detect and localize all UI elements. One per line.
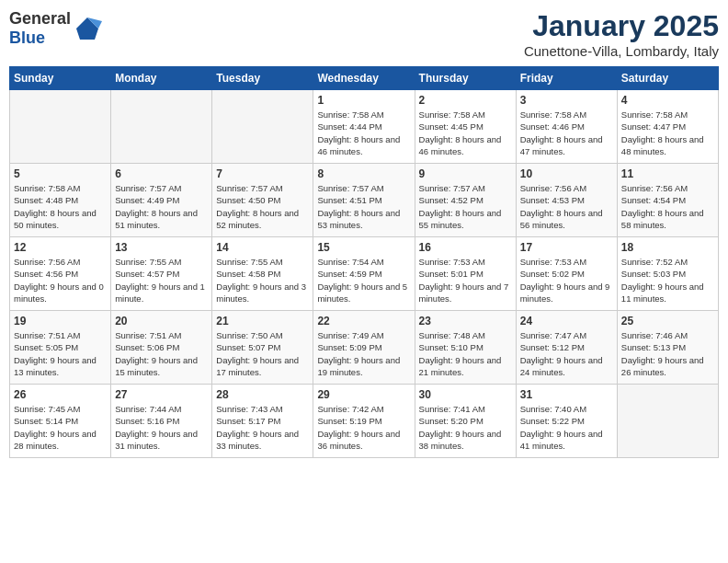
day-number: 29	[317, 388, 410, 401]
calendar-day-cell: 8Sunrise: 7:57 AMSunset: 4:51 PMDaylight…	[313, 164, 415, 237]
day-number: 13	[115, 241, 208, 254]
day-number: 7	[216, 167, 309, 180]
calendar-day-cell: 26Sunrise: 7:45 AMSunset: 5:14 PMDayligh…	[10, 385, 111, 458]
calendar-week-row: 19Sunrise: 7:51 AMSunset: 5:05 PMDayligh…	[10, 311, 719, 385]
day-info: Sunrise: 7:44 AMSunset: 5:16 PMDaylight:…	[115, 403, 208, 452]
day-number: 30	[419, 388, 512, 401]
day-number: 17	[520, 241, 613, 254]
day-info: Sunrise: 7:45 AMSunset: 5:14 PMDaylight:…	[14, 403, 107, 452]
day-number: 11	[621, 167, 714, 180]
logo-text: General Blue	[9, 9, 71, 48]
weekday-header: Wednesday	[313, 67, 415, 90]
title-block: January 2025 Cunettone-Villa, Lombardy, …	[524, 9, 719, 59]
day-info: Sunrise: 7:50 AMSunset: 5:07 PMDaylight:…	[216, 329, 309, 378]
day-number: 2	[419, 94, 512, 107]
day-info: Sunrise: 7:57 AMSunset: 4:50 PMDaylight:…	[216, 182, 309, 231]
day-number: 6	[115, 167, 208, 180]
day-info: Sunrise: 7:47 AMSunset: 5:12 PMDaylight:…	[520, 329, 613, 378]
day-info: Sunrise: 7:58 AMSunset: 4:44 PMDaylight:…	[317, 109, 410, 157]
calendar-day-cell: 14Sunrise: 7:55 AMSunset: 4:58 PMDayligh…	[212, 237, 313, 311]
calendar-day-cell: 10Sunrise: 7:56 AMSunset: 4:53 PMDayligh…	[516, 164, 617, 237]
weekday-header: Tuesday	[212, 67, 313, 90]
day-info: Sunrise: 7:42 AMSunset: 5:19 PMDaylight:…	[317, 403, 410, 452]
calendar-day-cell: 11Sunrise: 7:56 AMSunset: 4:54 PMDayligh…	[617, 164, 718, 237]
calendar-day-cell: 13Sunrise: 7:55 AMSunset: 4:57 PMDayligh…	[111, 237, 212, 311]
calendar-day-cell: 17Sunrise: 7:53 AMSunset: 5:02 PMDayligh…	[516, 237, 617, 311]
day-info: Sunrise: 7:58 AMSunset: 4:47 PMDaylight:…	[621, 109, 714, 157]
calendar-day-cell: 31Sunrise: 7:40 AMSunset: 5:22 PMDayligh…	[516, 385, 617, 458]
day-info: Sunrise: 7:56 AMSunset: 4:54 PMDaylight:…	[621, 182, 714, 231]
calendar-day-cell: 9Sunrise: 7:57 AMSunset: 4:52 PMDaylight…	[415, 164, 516, 237]
logo-icon	[73, 14, 102, 43]
weekday-header: Monday	[111, 67, 212, 90]
calendar-table: SundayMondayTuesdayWednesdayThursdayFrid…	[9, 66, 719, 458]
day-number: 5	[14, 167, 107, 180]
calendar-day-cell: 21Sunrise: 7:50 AMSunset: 5:07 PMDayligh…	[212, 311, 313, 385]
day-info: Sunrise: 7:49 AMSunset: 5:09 PMDaylight:…	[317, 329, 410, 378]
day-number: 23	[419, 315, 512, 327]
day-info: Sunrise: 7:58 AMSunset: 4:48 PMDaylight:…	[14, 182, 107, 231]
day-info: Sunrise: 7:46 AMSunset: 5:13 PMDaylight:…	[621, 329, 714, 378]
day-number: 25	[621, 315, 714, 327]
calendar-day-cell: 30Sunrise: 7:41 AMSunset: 5:20 PMDayligh…	[415, 385, 516, 458]
calendar-day-cell: 22Sunrise: 7:49 AMSunset: 5:09 PMDayligh…	[313, 311, 415, 385]
calendar-day-cell: 19Sunrise: 7:51 AMSunset: 5:05 PMDayligh…	[10, 311, 111, 385]
calendar-day-cell	[111, 90, 212, 164]
calendar-day-cell: 3Sunrise: 7:58 AMSunset: 4:46 PMDaylight…	[516, 90, 617, 164]
weekday-header: Saturday	[617, 67, 718, 90]
day-info: Sunrise: 7:57 AMSunset: 4:52 PMDaylight:…	[419, 182, 512, 231]
calendar-day-cell: 28Sunrise: 7:43 AMSunset: 5:17 PMDayligh…	[212, 385, 313, 458]
day-number: 26	[14, 388, 107, 401]
day-number: 3	[520, 94, 613, 107]
calendar-day-cell: 1Sunrise: 7:58 AMSunset: 4:44 PMDaylight…	[313, 90, 415, 164]
calendar-day-cell: 5Sunrise: 7:58 AMSunset: 4:48 PMDaylight…	[10, 164, 111, 237]
location-title: Cunettone-Villa, Lombardy, Italy	[524, 43, 719, 59]
day-number: 20	[115, 315, 208, 327]
day-info: Sunrise: 7:57 AMSunset: 4:51 PMDaylight:…	[317, 182, 410, 231]
day-info: Sunrise: 7:43 AMSunset: 5:17 PMDaylight:…	[216, 403, 309, 452]
day-number: 19	[14, 315, 107, 327]
weekday-header: Thursday	[415, 67, 516, 90]
day-number: 8	[317, 167, 410, 180]
day-info: Sunrise: 7:40 AMSunset: 5:22 PMDaylight:…	[520, 403, 613, 452]
calendar-day-cell: 27Sunrise: 7:44 AMSunset: 5:16 PMDayligh…	[111, 385, 212, 458]
day-info: Sunrise: 7:55 AMSunset: 4:58 PMDaylight:…	[216, 256, 309, 304]
day-number: 9	[419, 167, 512, 180]
day-number: 14	[216, 241, 309, 254]
calendar-day-cell: 20Sunrise: 7:51 AMSunset: 5:06 PMDayligh…	[111, 311, 212, 385]
page-header: General Blue January 2025 Cunettone-Vill…	[9, 9, 719, 59]
logo-blue: Blue	[9, 29, 45, 47]
calendar-day-cell: 18Sunrise: 7:52 AMSunset: 5:03 PMDayligh…	[617, 237, 718, 311]
day-info: Sunrise: 7:57 AMSunset: 4:49 PMDaylight:…	[115, 182, 208, 231]
day-number: 16	[419, 241, 512, 254]
day-number: 15	[317, 241, 410, 254]
calendar-day-cell: 4Sunrise: 7:58 AMSunset: 4:47 PMDaylight…	[617, 90, 718, 164]
day-info: Sunrise: 7:54 AMSunset: 4:59 PMDaylight:…	[317, 256, 410, 304]
day-number: 22	[317, 315, 410, 327]
day-number: 31	[520, 388, 613, 401]
calendar-day-cell: 23Sunrise: 7:48 AMSunset: 5:10 PMDayligh…	[415, 311, 516, 385]
calendar-day-cell	[10, 90, 111, 164]
calendar-day-cell: 6Sunrise: 7:57 AMSunset: 4:49 PMDaylight…	[111, 164, 212, 237]
calendar-day-cell: 25Sunrise: 7:46 AMSunset: 5:13 PMDayligh…	[617, 311, 718, 385]
calendar-week-row: 1Sunrise: 7:58 AMSunset: 4:44 PMDaylight…	[10, 90, 719, 164]
calendar-week-row: 12Sunrise: 7:56 AMSunset: 4:56 PMDayligh…	[10, 237, 719, 311]
day-number: 27	[115, 388, 208, 401]
day-number: 12	[14, 241, 107, 254]
calendar-day-cell: 2Sunrise: 7:58 AMSunset: 4:45 PMDaylight…	[415, 90, 516, 164]
day-info: Sunrise: 7:56 AMSunset: 4:53 PMDaylight:…	[520, 182, 613, 231]
calendar-day-cell: 24Sunrise: 7:47 AMSunset: 5:12 PMDayligh…	[516, 311, 617, 385]
month-title: January 2025	[524, 9, 719, 43]
calendar-day-cell: 15Sunrise: 7:54 AMSunset: 4:59 PMDayligh…	[313, 237, 415, 311]
day-number: 4	[621, 94, 714, 107]
calendar-week-row: 26Sunrise: 7:45 AMSunset: 5:14 PMDayligh…	[10, 385, 719, 458]
day-info: Sunrise: 7:48 AMSunset: 5:10 PMDaylight:…	[419, 329, 512, 378]
day-info: Sunrise: 7:51 AMSunset: 5:05 PMDaylight:…	[14, 329, 107, 378]
weekday-header: Sunday	[10, 67, 111, 90]
logo-general: General	[9, 9, 71, 28]
day-number: 21	[216, 315, 309, 327]
day-info: Sunrise: 7:53 AMSunset: 5:02 PMDaylight:…	[520, 256, 613, 304]
day-number: 18	[621, 241, 714, 254]
weekday-header: Friday	[516, 67, 617, 90]
day-info: Sunrise: 7:58 AMSunset: 4:45 PMDaylight:…	[419, 109, 512, 157]
